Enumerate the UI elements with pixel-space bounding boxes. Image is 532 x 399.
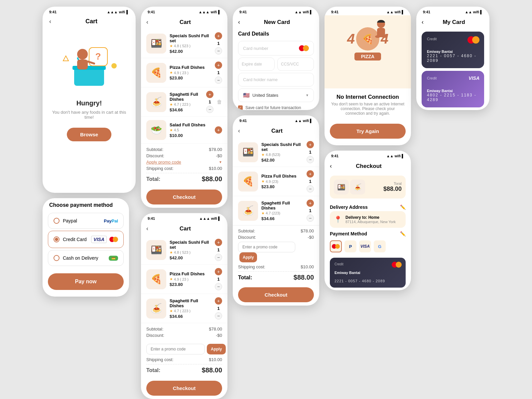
order-img-1: 🍝	[350, 180, 365, 195]
item-price-2: $34.66	[170, 107, 203, 112]
cart-item-3: 🥗 Salad Full Dishes ★ 4.5 $10.00 +	[141, 117, 227, 144]
cart-title-1: Cart	[54, 18, 129, 25]
qty-minus-p2[interactable]: −	[215, 312, 222, 320]
my-card-title: My Card	[424, 19, 484, 26]
pizza-404-area: 4 🍕 4 PIZZA	[325, 15, 411, 88]
apply-btn-right[interactable]: Apply	[239, 252, 257, 262]
cart-item-1: 🍕 Pizza Full Dishes ★ 4.9 (23) $23.80 + …	[141, 58, 227, 87]
cart-title-4: Cart	[148, 225, 222, 232]
qty-plus-0[interactable]: +	[215, 32, 222, 40]
qty-plus-3[interactable]: +	[215, 126, 222, 134]
credit-card-option[interactable]: Credit Card VISA	[48, 231, 124, 248]
num1-left: 4	[347, 31, 355, 47]
card-details-label: Card Details	[233, 29, 319, 39]
delete-btn-2[interactable]: 🗑	[217, 99, 222, 105]
empty-cart-title: Hungry!	[76, 99, 102, 107]
item-qty-3: +	[215, 126, 222, 134]
rc-minus-1[interactable]: −	[307, 185, 314, 193]
card-number-field[interactable]: Card number	[238, 41, 314, 56]
delivery-card: 📍 Delivery to: Home 87114, Albuquerque, …	[330, 211, 406, 228]
order-total-section: Toral $88.00	[383, 182, 402, 193]
food-emoji-0: 🍱	[151, 38, 162, 49]
rc-minus-2[interactable]: −	[307, 214, 314, 222]
cod-radio[interactable]	[54, 255, 60, 261]
delivery-edit-icon[interactable]: ✏️	[400, 204, 406, 210]
cart-item-2: 🍝 Spaghetti Full Dishes ★ 4.7 (223) $34.…	[141, 87, 227, 117]
cart-nav-3: ‹ Cart	[141, 15, 227, 29]
rc-plus-0[interactable]: +	[307, 141, 314, 148]
rc-plus-2[interactable]: +	[307, 200, 314, 207]
browse-button[interactable]: Browse	[67, 128, 111, 141]
qty-minus-0[interactable]: −	[215, 47, 222, 55]
total-label-checkout: Toral	[383, 182, 402, 186]
expire-field[interactable]: Expire date	[238, 58, 275, 71]
checkout-mc-icon	[392, 262, 402, 268]
my-card-nav: ‹ My Card	[416, 15, 489, 29]
checkout-button[interactable]: Checkout	[146, 190, 222, 204]
battery-3: ▌	[218, 10, 221, 14]
rc-plus-1[interactable]: +	[307, 170, 314, 178]
cardholder-field[interactable]: Card holder name	[238, 73, 314, 86]
cart-item-0: 🍱 Specials Sushi Full set ★ 4.8 (523) $4…	[141, 29, 227, 58]
review-0: (	[180, 44, 181, 48]
visa-pay-icon[interactable]: VISA	[359, 240, 371, 252]
mastercard-logo	[109, 237, 118, 242]
card1-holder: Emiway Bantai	[427, 50, 479, 54]
rc-minus-0[interactable]: −	[307, 156, 314, 163]
qty-minus-1[interactable]: −	[215, 76, 222, 84]
time-1: 9:41	[49, 10, 57, 14]
item-info-0: Specials Sushi Full set ★ 4.8 (523) $42.…	[170, 33, 211, 54]
qty-minus-p1[interactable]: −	[215, 283, 222, 290]
visa-logo: VISA	[91, 236, 107, 243]
mastercard-pay-icon[interactable]	[330, 240, 342, 252]
payment-edit-icon[interactable]: ✏️	[400, 231, 406, 236]
cvc-field[interactable]: CCS/VCC	[277, 58, 314, 71]
qty-plus-2[interactable]: +	[206, 91, 213, 98]
paypal-radio[interactable]	[54, 218, 60, 224]
total-row: Total: $88.00	[146, 175, 222, 183]
checkout-button-r[interactable]: Checkout	[238, 287, 314, 302]
paypal-option[interactable]: Paypal PayPal	[48, 213, 124, 229]
item-rating-2: ★ 4.7 (223)	[170, 102, 203, 107]
credit-card-radio[interactable]	[54, 236, 60, 242]
promo-link[interactable]: Apply promo code	[146, 160, 181, 165]
promo-row: Apply promo code ▼	[146, 160, 222, 165]
checkout-button-2[interactable]: Checkout	[146, 381, 222, 396]
cod-label: Cash on Delivery	[63, 255, 98, 261]
pay-now-button[interactable]: Pay now	[48, 273, 124, 290]
status-bar-r: 9:41 ▲▲ wifi ▌	[233, 115, 319, 124]
save-card-checkbox[interactable]: ✓	[238, 105, 243, 110]
wifi-3: wifi	[211, 10, 217, 14]
qty-plus-p2[interactable]: +	[215, 297, 222, 305]
qty-minus-2[interactable]: −	[206, 106, 213, 113]
item-img-1: 🍕	[146, 63, 166, 83]
apply-button[interactable]: Apply	[207, 344, 226, 354]
mc-orange-circle	[113, 237, 118, 242]
country-name: United States	[252, 93, 303, 98]
paypal-option-left: Paypal	[54, 218, 77, 224]
promo-code-input[interactable]	[146, 344, 205, 354]
google-pay-icon[interactable]: G	[374, 240, 386, 252]
card1-mc	[467, 36, 479, 44]
discount-row: Discount: -$0	[146, 153, 222, 158]
try-again-button[interactable]: Try Again	[330, 124, 406, 139]
promo-input-right[interactable]	[238, 242, 295, 252]
cod-option[interactable]: Cash on Delivery 💳	[48, 250, 124, 266]
signal-icon: ▲▲▲	[107, 10, 118, 14]
qty-plus-1[interactable]: +	[215, 62, 222, 69]
item-price-3: $10.00	[170, 133, 211, 138]
rating-val-0: 4.8	[174, 44, 179, 48]
cardholder-placeholder: Card holder name	[243, 77, 278, 82]
shipping-row: Shipping cost: $10.00	[146, 166, 222, 171]
payment-section-header: Payment Method ✏️	[325, 228, 411, 238]
item-rating-0: ★ 4.8 (523)	[170, 44, 211, 48]
back-button-1[interactable]: ‹	[49, 18, 51, 25]
screen-cart-right: 9:41 ▲▲ wifi ▌ ‹ Cart 🍱 Specials Sushi F…	[233, 115, 319, 306]
qty-plus-p1[interactable]: +	[215, 268, 222, 275]
qty-plus-p0[interactable]: +	[215, 239, 222, 246]
status-bar-7: 9:41 ▲▲ wifi ▌	[325, 7, 411, 15]
paypal-pay-icon[interactable]: P	[344, 240, 356, 252]
promo-input-row: Apply	[146, 344, 222, 354]
country-field[interactable]: 🇺🇸 United States ▼	[238, 88, 314, 102]
qty-minus-p0[interactable]: −	[215, 254, 222, 261]
